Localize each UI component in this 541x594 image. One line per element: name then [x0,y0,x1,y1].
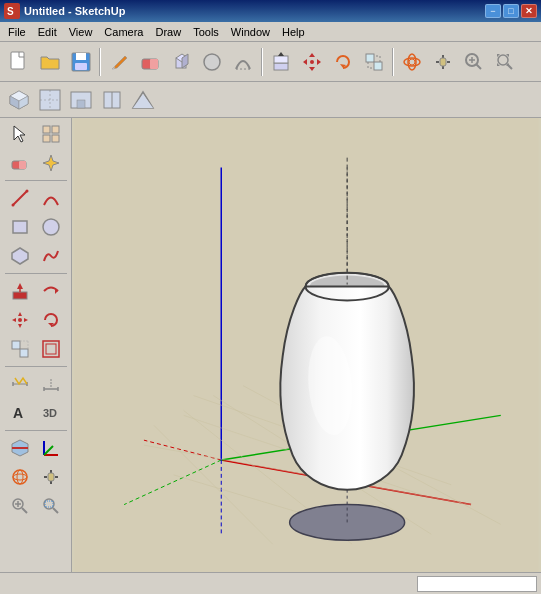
select-tool-button[interactable] [5,120,35,148]
scale-button[interactable] [359,47,389,77]
menu-item-camera[interactable]: Camera [98,22,149,41]
zoom-extents-button[interactable] [490,47,520,77]
svg-marker-47 [133,94,153,108]
menu-item-help[interactable]: Help [276,22,311,41]
erase-tool-button[interactable] [5,149,35,177]
arc-button[interactable] [228,47,258,77]
toolbar-views [0,82,541,118]
lt-sep2 [5,273,67,274]
pan-tool-button[interactable] [36,463,66,491]
rotate-tool-button[interactable] [36,306,66,334]
svg-point-91 [13,470,27,484]
zoom-window-button[interactable] [36,492,66,520]
close-button[interactable]: ✕ [521,4,537,18]
top-view-button[interactable] [35,86,65,114]
right-view-button[interactable] [97,86,127,114]
menu-item-tools[interactable]: Tools [187,22,225,41]
lt-group-4 [5,213,66,241]
left-toolbar: A 3D [0,118,72,572]
toolbar-sep2 [261,48,263,76]
orbit-tool-button[interactable] [5,463,35,491]
paint-tool-button[interactable] [36,149,66,177]
save-button[interactable] [66,47,96,77]
component-tool-button[interactable] [36,120,66,148]
svg-text:3D: 3D [43,407,57,419]
svg-rect-54 [19,161,26,169]
box-button[interactable] [166,47,196,77]
dimension-tool-button[interactable] [36,370,66,398]
move-button[interactable] [297,47,327,77]
circle-tool-button[interactable] [36,213,66,241]
viewport-canvas [72,118,541,572]
tape-tool-button[interactable] [5,370,35,398]
svg-rect-28 [440,58,446,66]
svg-point-69 [18,318,22,322]
arc-tool-button[interactable] [36,184,66,212]
zoom-button[interactable] [459,47,489,77]
lt-group-7 [5,306,66,334]
pushpull-button[interactable] [266,47,296,77]
3dtext-tool-button[interactable]: 3D [36,399,66,427]
front-view-button[interactable] [66,86,96,114]
open-button[interactable] [35,47,65,77]
freehand-tool-button[interactable] [36,242,66,270]
svg-marker-60 [12,248,28,264]
lt-group-2 [5,149,66,177]
svg-rect-24 [374,62,382,70]
window-title: Untitled - SketchUp [24,5,125,17]
menu-item-edit[interactable]: Edit [32,22,63,41]
menu-item-window[interactable]: Window [225,22,276,41]
axes-tool-button[interactable] [36,434,66,462]
titlebar-left: S Untitled - SketchUp [4,3,125,19]
lt-group-1 [5,120,66,148]
zoom-tool-left-button[interactable] [5,492,35,520]
svg-point-93 [17,470,23,484]
orbit-button[interactable] [397,47,427,77]
eraser-button[interactable] [135,47,165,77]
rotate-button[interactable] [328,47,358,77]
offset-tool-button[interactable] [36,335,66,363]
lt-group-10: A 3D [5,399,66,427]
polygon-tool-button[interactable] [5,242,35,270]
svg-rect-94 [48,473,54,481]
svg-rect-50 [52,126,59,133]
followme-tool-button[interactable] [36,277,66,305]
new-button[interactable] [4,47,34,77]
menu-item-draw[interactable]: Draw [149,22,187,41]
scale-tool-button[interactable] [5,335,35,363]
rectangle-tool-button[interactable] [5,213,35,241]
svg-line-96 [22,508,27,513]
maximize-button[interactable]: □ [503,4,519,18]
titlebar: S Untitled - SketchUp − □ ✕ [0,0,541,22]
line-tool-button[interactable] [5,184,35,212]
pushpull-tool-button[interactable] [5,277,35,305]
svg-rect-13 [274,63,288,70]
svg-rect-61 [13,292,27,299]
circle-button[interactable] [197,47,227,77]
svg-point-11 [204,54,220,70]
section-tool-button[interactable] [5,434,35,462]
svg-rect-52 [52,135,59,142]
svg-rect-72 [20,349,28,357]
pencil-button[interactable] [104,47,134,77]
svg-point-92 [13,474,27,480]
svg-point-27 [409,59,415,65]
menu-item-file[interactable]: File [2,22,32,41]
main-area: A 3D [0,118,541,572]
statusbar [0,572,541,594]
svg-marker-68 [24,318,28,322]
move-tool-button[interactable] [5,306,35,334]
lt-group-6 [5,277,66,305]
back-view-button[interactable] [128,86,158,114]
viewport[interactable] [72,118,541,572]
pan-button[interactable] [428,47,458,77]
text-tool-button[interactable]: A [5,399,35,427]
lt-sep1 [5,180,67,181]
iso-view-button[interactable] [4,86,34,114]
minimize-button[interactable]: − [485,4,501,18]
menu-item-view[interactable]: View [63,22,99,41]
svg-point-33 [498,55,508,65]
svg-rect-101 [45,501,53,507]
svg-rect-14 [274,56,288,63]
svg-rect-5 [75,63,87,70]
